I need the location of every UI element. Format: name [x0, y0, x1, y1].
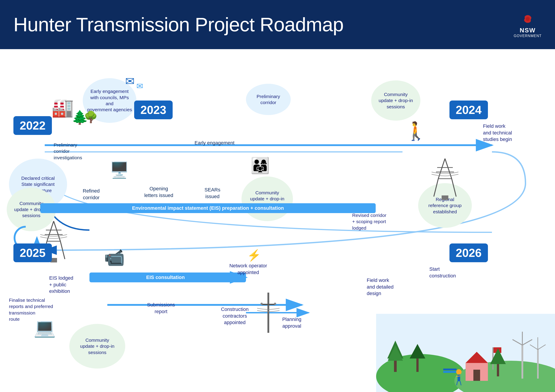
page-title: Hunter Transmission Project Roadmap: [14, 13, 343, 36]
envelope-icon: ✉: [125, 75, 135, 88]
preliminary-corridor-text: Preliminary corridor: [256, 93, 280, 106]
svg-rect-55: [473, 370, 480, 381]
svg-rect-32: [442, 195, 448, 200]
svg-rect-58: [443, 369, 457, 370]
year-2023: 2023: [134, 100, 173, 119]
construction-contractors-label: Construction contractors appointed: [208, 306, 262, 326]
landscape-illustration: [376, 314, 555, 392]
svg-text:⚡: ⚡: [247, 249, 261, 262]
field-work-technical-label: Field work and technical studies begin: [483, 123, 546, 143]
svg-point-36: [274, 303, 276, 305]
year-2025: 2025: [14, 243, 52, 262]
tree-illustration-2: 🌳: [84, 111, 98, 123]
submissions-report-label: Submissions report: [139, 301, 183, 315]
community-update-top-text: Community update + drop-in sessions: [379, 91, 413, 110]
eis-bar-label: Environmental impact statement (EIS) pre…: [40, 203, 376, 213]
svg-line-28: [452, 179, 456, 197]
preliminary-corridor-bubble: Preliminary corridor: [246, 84, 291, 115]
factory-illustration: 🏭: [51, 97, 74, 118]
network-operator-label: Network operator appointed: [219, 263, 277, 276]
svg-rect-63: [458, 375, 460, 381]
community-update-top-bubble: Community update + drop-in sessions: [371, 80, 420, 121]
page-header: Hunter Transmission Project Roadmap NSW …: [0, 0, 555, 49]
year-2026: 2026: [449, 243, 488, 262]
nsw-flower-icon: [518, 11, 538, 27]
eis-consultation-bar: EIS consultation: [94, 272, 237, 282]
svg-rect-33: [267, 292, 269, 333]
svg-rect-49: [537, 349, 539, 379]
walking-person-icon: 🚶: [405, 121, 427, 142]
svg-rect-43: [416, 356, 419, 372]
screen-illustration: 🖥️: [110, 161, 129, 179]
nsw-sub-text: GOVERNMENT: [514, 34, 541, 38]
svg-line-27: [434, 179, 438, 197]
video-conference-icon: 📹: [104, 248, 125, 268]
community-update-mid-bubble: Community update + drop-in sessions: [241, 177, 293, 221]
svg-line-64: [456, 376, 460, 376]
year-2024: 2024: [449, 100, 488, 119]
svg-line-20: [60, 241, 65, 259]
eis-lodged-label: EIS lodged + public exhibition: [49, 275, 94, 295]
svg-rect-34: [262, 304, 275, 305]
community-update-bottom-text: Community update + drop-in sessions: [80, 337, 115, 355]
early-engagement-councils-text: Early engagement with councils, MPs and …: [86, 88, 133, 113]
community-update-bottom-bubble: Community update + drop-in sessions: [69, 324, 125, 369]
sears-issued-label: SEARs issued: [195, 186, 230, 200]
svg-point-62: [456, 369, 461, 375]
power-tower-right: [429, 156, 461, 201]
nsw-text: NSW: [520, 27, 536, 34]
power-pole-bottom: [257, 292, 279, 333]
nsw-logo: NSW GOVERNMENT: [514, 11, 541, 38]
main-content: ⚡ 2022 2023 2024 2025 2026 Early engagem…: [0, 49, 555, 392]
svg-point-35: [261, 303, 263, 305]
preliminary-corridor-inv-label: Preliminary corridor investigations: [54, 142, 98, 161]
early-engagement-bar-label: Early engagement: [195, 140, 234, 146]
person-computer-icon: 💻: [34, 317, 56, 338]
svg-point-6: [526, 17, 530, 21]
field-work-design-label: Field work and detailed design: [367, 277, 418, 297]
start-construction-label: Start construction: [429, 266, 474, 279]
svg-rect-59: [443, 371, 457, 373]
refined-corridor-label: Refined corridor: [83, 188, 100, 201]
community-group-icon: 👨‍👩‍👧: [250, 156, 270, 175]
opening-letters-label: Opening letters issued: [136, 185, 181, 199]
year-2022: 2022: [14, 116, 52, 135]
revised-corridor-label: Revised corridor + scoping report lodged: [352, 212, 415, 231]
svg-rect-45: [521, 345, 523, 379]
envelope-icon-2: ✉: [136, 82, 143, 91]
